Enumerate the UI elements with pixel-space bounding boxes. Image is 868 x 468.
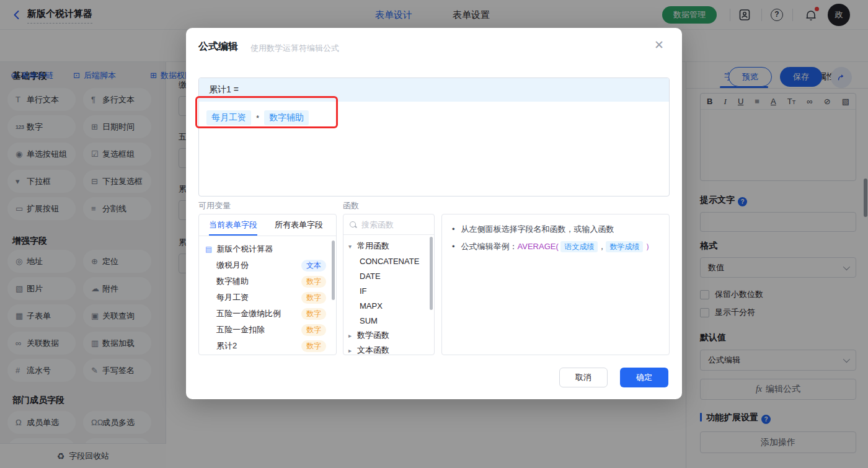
functions-label: 函数 [343,200,359,211]
help-panel: •从左侧面板选择字段名和函数，或输入函数 • 公式编辑举例：AVERAGE( 语… [441,214,670,355]
chevron-down-icon: ▾ [348,243,357,250]
formula-chip-number-helper[interactable]: 数字辅助 [264,110,309,125]
functions-panel: ▾常用函数 CONCATENATE DATE IF MAPX SUM ▸数学函数… [343,214,435,355]
chevron-right-icon: ▸ [348,332,357,339]
type-badge-number: 数字 [301,324,326,336]
search-icon [350,221,356,228]
function-item[interactable]: DATE [343,268,434,283]
type-badge-text: 文本 [301,260,326,272]
example-chip: 语文成绩 [560,241,598,252]
variable-row[interactable]: 五险一金扣除数字 [199,322,336,338]
dialog-subtitle: 使用数学运算符编辑公式 [250,43,339,54]
example-chip: 数学成绩 [606,241,643,252]
chevron-right-icon: ▸ [348,347,357,354]
formula-chip-monthly-salary[interactable]: 每月工资 [206,110,251,125]
dialog-title: 公式编辑 [198,40,238,53]
type-badge-number: 数字 [301,340,326,352]
app-window: 新版个税计算器 表单设计 表单设置 数据管理 ? 政 ⊘表单外链 ⊡后端脚本 ⊞… [0,0,868,468]
function-item[interactable]: SUM [343,313,434,328]
variable-row[interactable]: 累计2数字 [199,338,336,354]
variable-row[interactable]: 每月工资数字 [199,289,336,306]
close-icon[interactable]: ✕ [654,38,664,52]
function-item[interactable]: CONCATENATE [343,254,434,268]
tab-all-form-fields[interactable]: 所有表单字段 [275,214,323,236]
confirm-button[interactable]: 确定 [620,368,668,387]
formula-editor[interactable]: 累计1 = 每月工资 * 数字辅助 [198,77,670,196]
tab-current-form-fields[interactable]: 当前表单字段 [209,214,257,236]
variable-row[interactable]: 缴税月份文本 [199,257,336,273]
variables-label: 可用变量 [198,200,231,211]
type-badge-number: 数字 [301,276,326,288]
function-search-input[interactable] [361,220,423,229]
variables-scrollbar[interactable] [332,241,335,300]
formula-edit-dialog: 公式编辑 使用数学运算符编辑公式 ✕ 累计1 = 每月工资 * 数字辅助 可用变… [186,28,682,399]
function-group-math[interactable]: ▸数学函数 [343,328,434,343]
variables-tabs: 当前表单字段 所有表单字段 [199,214,336,236]
functions-scrollbar[interactable] [430,237,433,310]
function-item[interactable]: IF [343,283,434,298]
variable-tree-root[interactable]: ▤新版个税计算器 [199,241,336,257]
function-item[interactable]: MAPX [343,298,434,313]
type-badge-number: 数字 [301,308,326,320]
function-name: AVERAGE( [518,242,559,251]
formula-expression: 每月工资 * 数字辅助 [199,102,669,134]
variable-row[interactable]: 五险一金缴纳比例数字 [199,306,336,322]
variable-row[interactable]: 累计1数字 [199,354,336,355]
cancel-button[interactable]: 取消 [559,368,608,387]
variable-row[interactable]: 数字辅助数字 [199,273,336,289]
help-tip-2: • 公式编辑举例：AVERAGE( 语文成绩，数学成绩 ） [452,241,660,253]
help-example: 公式编辑举例：AVERAGE( 语文成绩，数学成绩 ） [461,241,653,253]
variables-panel: 当前表单字段 所有表单字段 ▤新版个税计算器 缴税月份文本 数字辅助数字 每月工… [198,214,337,355]
help-tip-1: •从左侧面板选择字段名和函数，或输入函数 [452,223,660,236]
function-group-text[interactable]: ▸文本函数 [343,343,434,355]
formula-operator: * [256,113,259,123]
function-group-common[interactable]: ▾常用函数 [343,239,434,254]
function-search [343,214,434,235]
form-doc-icon: ▤ [205,245,212,254]
formula-target: 累计1 = [199,78,669,102]
type-badge-number: 数字 [301,292,326,304]
